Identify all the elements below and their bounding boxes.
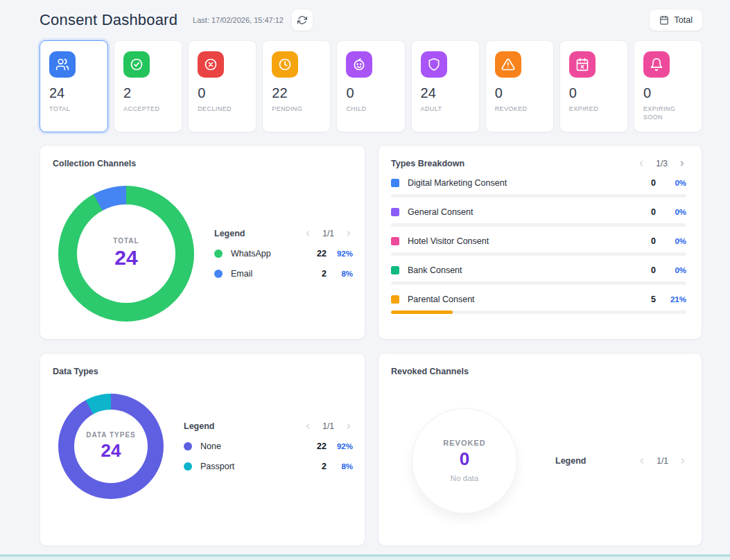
legend-dot	[214, 270, 223, 278]
legend-item-email[interactable]: Email 2 8%	[214, 269, 353, 279]
stat-value: 24	[421, 85, 470, 101]
legend-item-passport[interactable]: Passport 2 8%	[184, 462, 353, 471]
collection-channels-legend: Legend 1/1 WhatsApp 22 92% Email	[214, 229, 353, 279]
stat-value: 0	[569, 85, 618, 101]
stat-label: ACCEPTED	[123, 105, 173, 113]
revoked-channels-title: Revoked Channels	[379, 353, 702, 376]
stat-card-expired[interactable]: 0 EXPIRED	[559, 40, 628, 132]
page-title: Consent Dashboard	[40, 11, 177, 29]
stat-value: 22	[272, 85, 321, 101]
stat-card-expiring-soon[interactable]: 0 EXPIRING SOON	[634, 40, 702, 132]
collection-channels-title: Collection Channels	[40, 146, 365, 168]
donut-center: DATA TYPES 24	[74, 410, 148, 483]
breakdown-progress-track	[391, 310, 686, 314]
legend-dot	[184, 462, 192, 471]
breakdown-value: 0	[651, 265, 656, 275]
stat-card-total[interactable]: 24 TOTAL	[40, 40, 108, 132]
chevron-left-icon[interactable]	[638, 457, 646, 465]
collection-channels-donut-chart[interactable]: TOTAL 24	[58, 186, 194, 322]
legend-item-percent: 92%	[327, 250, 353, 258]
breakdown-percent: 0%	[656, 208, 686, 216]
breakdown-row: Hotel Visitor Consent 0 0%	[391, 236, 686, 256]
donut-center-value: 24	[101, 440, 121, 462]
legend-page-indicator: 1/1	[657, 456, 668, 466]
stat-value: 2	[123, 85, 173, 101]
legend-item-value: 2	[322, 269, 327, 279]
period-total-button[interactable]: Total	[650, 10, 702, 30]
legend-title: Legend	[214, 229, 245, 238]
chevron-left-icon[interactable]	[304, 229, 312, 238]
legend-item-name: Email	[231, 269, 252, 279]
refresh-button[interactable]	[292, 10, 313, 30]
stat-value: 0	[346, 85, 395, 101]
stat-card-child[interactable]: 0 CHILD	[336, 40, 405, 132]
clock-icon	[272, 51, 298, 78]
data-types-donut-chart[interactable]: DATA TYPES 24	[58, 394, 164, 499]
revoked-channels-legend: Legend 1/1	[555, 456, 687, 466]
revoked-center-value: 0	[460, 448, 469, 470]
bell-icon	[643, 51, 670, 78]
stat-label: EXPIRING SOON	[643, 105, 693, 121]
x-circle-icon	[198, 51, 224, 78]
data-types-legend: Legend 1/1 None 22 92% Passport	[184, 421, 353, 471]
chevron-right-icon[interactable]	[678, 159, 686, 168]
breakdown-percent: 0%	[656, 266, 686, 274]
breakdown-name: Digital Marketing Consent	[408, 178, 507, 188]
bottom-accent-strip	[0, 554, 730, 560]
chevron-right-icon[interactable]	[345, 229, 353, 238]
legend-item-name: WhatsApp	[231, 249, 271, 259]
chevron-right-icon[interactable]	[679, 457, 687, 465]
breakdown-percent: 21%	[656, 295, 686, 304]
stat-label: PENDING	[272, 105, 321, 113]
stat-card-declined[interactable]: 0 DECLINED	[188, 40, 257, 132]
stat-value: 0	[198, 85, 247, 101]
types-breakdown-pager: 1/3	[637, 159, 686, 168]
legend-item-value: 22	[317, 249, 327, 259]
donut-center: TOTAL 24	[77, 204, 175, 303]
chevron-right-icon[interactable]	[345, 422, 353, 430]
chevron-left-icon[interactable]	[637, 159, 645, 168]
legend-item-percent: 8%	[327, 462, 353, 471]
chevron-left-icon[interactable]	[304, 422, 312, 430]
legend-item-whatsapp[interactable]: WhatsApp 22 92%	[214, 249, 353, 259]
data-types-title: Data Types	[40, 353, 365, 376]
legend-item-value: 2	[322, 462, 327, 471]
legend-dot	[214, 250, 223, 258]
legend-item-percent: 92%	[327, 442, 353, 450]
legend-item-none[interactable]: None 22 92%	[184, 441, 353, 451]
breakdown-swatch	[391, 266, 399, 274]
legend-pager: 1/1	[304, 421, 353, 431]
period-button-label: Total	[675, 15, 693, 25]
stats-row: 24 TOTAL 2 ACCEPTED 0 DECLINED 22 PENDIN…	[40, 40, 702, 129]
breakdown-row: Bank Consent 0 0%	[391, 265, 686, 285]
breakdown-progress-track	[391, 223, 686, 227]
users-icon	[49, 51, 76, 78]
breakdown-swatch	[391, 208, 399, 216]
breakdown-name: Parental Consent	[408, 295, 475, 304]
legend-item-percent: 8%	[327, 270, 353, 278]
panels-grid: Collection Channels TOTAL 24 Legend 1/1	[40, 145, 702, 546]
data-types-panel: Data Types DATA TYPES 24 Legend 1/1	[40, 353, 365, 546]
breakdown-name: Hotel Visitor Consent	[408, 236, 489, 246]
donut-center-label: DATA TYPES	[86, 431, 135, 439]
legend-pager: 1/1	[304, 229, 353, 238]
legend-item-name: None	[200, 441, 221, 451]
stat-label: EXPIRED	[569, 105, 618, 113]
breakdown-progress-track	[391, 281, 686, 285]
stat-card-revoked[interactable]: 0 REVOKED	[485, 40, 554, 132]
revoked-channels-panel: Revoked Channels REVOKED 0 No data Legen…	[378, 353, 702, 546]
last-updated-timestamp: Last: 17/02/2026, 15:47:12	[193, 16, 284, 24]
legend-pager: 1/1	[638, 456, 687, 466]
types-breakdown-title: Types Breakdown	[391, 159, 464, 168]
legend-page-indicator: 1/1	[322, 421, 334, 431]
breakdown-progress-track	[391, 252, 686, 256]
stat-card-accepted[interactable]: 2 ACCEPTED	[114, 40, 182, 132]
breakdown-percent: 0%	[656, 179, 686, 187]
revoked-empty-text: No data	[451, 474, 478, 482]
breakdown-row: General Consent 0 0%	[391, 207, 686, 227]
breakdown-swatch	[391, 179, 399, 187]
shield-icon	[421, 51, 447, 78]
breakdown-swatch	[391, 237, 399, 245]
stat-card-adult[interactable]: 24 ADULT	[411, 40, 480, 132]
stat-card-pending[interactable]: 22 PENDING	[262, 40, 331, 132]
